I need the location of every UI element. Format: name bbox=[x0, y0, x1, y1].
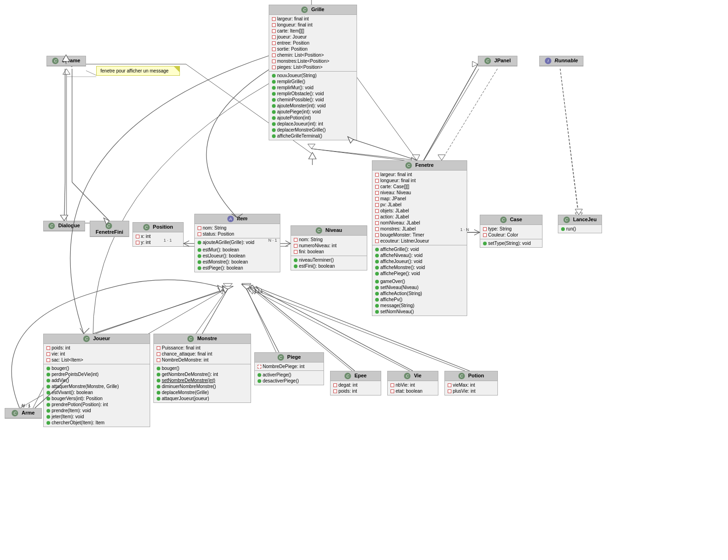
method-row: afficheGrille(): void bbox=[375, 246, 464, 252]
class-potion-name: Potion bbox=[468, 373, 484, 378]
method-row: remplirGrille() bbox=[272, 79, 354, 85]
stereotype-niveau-icon: C bbox=[316, 227, 322, 234]
method-row: cheminPossible(): void bbox=[272, 97, 354, 103]
note-box: fenetre pour afficher un message bbox=[96, 66, 180, 76]
attr-row: longueur: final int bbox=[272, 22, 354, 28]
class-vie-header: C Vie bbox=[388, 371, 438, 381]
method-row: getNombreDeMonstre(): int bbox=[157, 371, 248, 377]
svg-line-10 bbox=[417, 69, 479, 172]
class-epee-name: Epee bbox=[354, 373, 366, 378]
method-row: deplaceJoueur(int): int bbox=[272, 121, 354, 127]
svg-marker-55 bbox=[438, 155, 445, 160]
attr-row: y: int bbox=[136, 239, 180, 245]
attr-row: NombreDeMonstre: int bbox=[157, 357, 248, 363]
svg-line-79 bbox=[86, 71, 96, 75]
class-potion: C Potion vieMax: int plusVie: int bbox=[444, 371, 498, 395]
stereotype-runnable-icon: I bbox=[545, 58, 551, 64]
svg-marker-73 bbox=[253, 286, 258, 293]
method-row: estPiege(): boolean bbox=[198, 265, 277, 271]
class-piege-header: C Piege bbox=[255, 353, 324, 362]
svg-line-64 bbox=[93, 289, 228, 334]
method-row: jeter(Item): void bbox=[46, 414, 147, 420]
niveau-attributes: nom: String numeroNiveau: int fini: bool… bbox=[291, 236, 367, 256]
stereotype-grille-icon: C bbox=[301, 7, 308, 13]
class-arme-header: C Arme bbox=[5, 408, 41, 418]
attr-row: nom: String bbox=[294, 237, 364, 243]
attr-row: poids: int bbox=[46, 345, 147, 351]
class-runnable: I Runnable bbox=[539, 56, 583, 66]
method-row: bougerVers(int): Position bbox=[46, 395, 147, 402]
attr-row: monstres:Liste<Position> bbox=[272, 58, 354, 64]
svg-marker-57 bbox=[575, 209, 582, 215]
stereotype-vie-icon: C bbox=[404, 373, 410, 379]
attr-row: status: Position bbox=[198, 231, 277, 237]
class-piege-name: Piege bbox=[287, 354, 301, 360]
attr-row: carte: Item[][] bbox=[272, 28, 354, 34]
method-row: estJoueur(): boolean bbox=[198, 253, 277, 259]
attr-row: nbVie: int bbox=[390, 382, 435, 388]
class-lancejeu: C LanceJeu run() bbox=[558, 215, 602, 233]
method-row: attaquerMonstre(Monstre, Grille) bbox=[46, 383, 147, 389]
method-row: afficheGrilleTerminal() bbox=[272, 133, 354, 139]
attr-row: degat: int bbox=[333, 382, 378, 388]
svg-line-25 bbox=[93, 288, 228, 335]
svg-marker-34 bbox=[248, 288, 253, 294]
stereotype-dial-icon: C bbox=[48, 223, 55, 229]
attr-row: carte: Case[][] bbox=[375, 184, 464, 190]
attr-row: action: JLabel bbox=[375, 214, 464, 220]
svg-line-39 bbox=[355, 74, 417, 160]
stereotype-potion-icon: C bbox=[458, 373, 465, 379]
svg-line-44 bbox=[353, 139, 417, 160]
method-row: afficheMonstre(): void bbox=[375, 264, 464, 270]
niveau-methods: niveauTerminer() estFini(): boolean bbox=[291, 256, 367, 270]
class-jframe: C JFrame bbox=[46, 56, 86, 66]
class-fenetre-header: C Fenetre bbox=[372, 161, 467, 171]
class-jframe-header: C JFrame bbox=[47, 56, 86, 66]
method-row: estMur(): boolean bbox=[198, 247, 277, 253]
method-row: niveauTerminer() bbox=[294, 257, 364, 263]
stereotype-ff-icon: C bbox=[106, 223, 112, 229]
class-lancejeu-name: LanceJeu bbox=[573, 217, 597, 222]
attr-row: sac: List<Item> bbox=[46, 357, 147, 363]
class-monstre-header: C Monstre bbox=[154, 334, 251, 344]
method-row: estMonstre(): boolean bbox=[198, 259, 277, 265]
class-grille: C Grille largeur: final int longueur: fi… bbox=[269, 5, 357, 140]
method-row: bouger() bbox=[157, 365, 248, 371]
method-row: ajouteAGrille(Grille): void bbox=[198, 239, 277, 245]
class-case-name: Case bbox=[510, 217, 522, 222]
stereotype-c-icon: C bbox=[52, 58, 59, 64]
method-row: diminuerNombreMonstre() bbox=[157, 383, 248, 389]
svg-marker-40 bbox=[412, 155, 420, 160]
method-row: deplacerMonstreGrille() bbox=[272, 127, 354, 133]
method-row: attaquerJoueur(joueur) bbox=[157, 395, 248, 402]
case-methods: setType(String): void bbox=[480, 239, 542, 247]
svg-marker-32 bbox=[245, 285, 251, 292]
class-grille-header: C Grille bbox=[269, 5, 357, 15]
joueur-attributes: poids: int vie: int sac: List<Item> bbox=[44, 344, 150, 364]
method-row: affichePiege(): void bbox=[375, 270, 464, 277]
method-row: setType(String): void bbox=[483, 240, 539, 246]
piege-attributes: NombreDePiege: int bbox=[255, 362, 324, 371]
svg-marker-38 bbox=[218, 288, 223, 294]
stereotype-item-icon: A bbox=[227, 216, 234, 222]
method-row: remplirMur(): void bbox=[272, 85, 354, 91]
class-dialogue: C Dialogue bbox=[43, 221, 85, 231]
class-dialogue-header: C Dialogue bbox=[44, 221, 85, 231]
attr-row: type: String bbox=[483, 226, 539, 232]
attr-row: pieges: List<Position> bbox=[272, 64, 354, 70]
method-row: gameOver() bbox=[375, 278, 464, 284]
item-methods: ajouteAGrille(Grille): void estMur(): bo… bbox=[195, 238, 280, 272]
svg-marker-30 bbox=[242, 283, 251, 288]
stereotype-jpanel-icon: C bbox=[484, 58, 491, 64]
grille-attributes: largeur: final int longueur: final int c… bbox=[269, 15, 357, 72]
method-row: remplirObstacle(): void bbox=[272, 91, 354, 97]
method-row: ajoutePotion(int) bbox=[272, 115, 354, 121]
svg-marker-50 bbox=[60, 215, 68, 221]
attr-row: etat: boolean bbox=[390, 388, 435, 394]
class-item-header: A Item bbox=[195, 214, 280, 224]
attr-row: x: int bbox=[136, 233, 180, 239]
method-row: affichePv() bbox=[375, 296, 464, 303]
joueur-methods: bouger() perdrePointsDeVie(int) addVie()… bbox=[44, 364, 150, 427]
attr-row: NombreDePiege: int bbox=[258, 363, 321, 369]
method-row: prendre(Item): void bbox=[46, 408, 147, 414]
